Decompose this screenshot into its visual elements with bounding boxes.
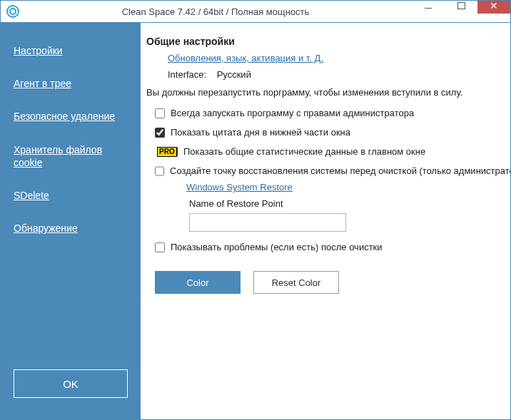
sidebar-item-detection[interactable]: Обнаружение [1,212,141,245]
checkbox-create-restore-point-label: Создайте точку восстановления системы пе… [170,165,510,176]
interface-value: Русский [217,69,251,80]
checkbox-show-problems[interactable] [155,242,165,252]
minimize-button[interactable] [412,0,445,14]
restore-point-name-input[interactable] [189,213,346,232]
page-title: Общие настройки [146,36,505,47]
restart-note: Вы должны перезапустить порграмму, чтобы… [146,87,505,98]
checkbox-run-as-admin[interactable] [155,108,165,118]
checkbox-show-problems-label: Показывать проблемы (если есть) после оч… [171,242,383,252]
checkbox-quote-of-day-label: Показать цитата дня в нижней части окна [171,127,350,138]
close-button[interactable] [477,0,510,14]
sidebar-item-sdelete[interactable]: SDelete [1,179,141,212]
checkbox-show-stats-label: Показать общие статистические данные в г… [183,146,425,157]
titlebar: Clean Space 7.42 / 64bit / Полная мощнос… [1,1,510,22]
checkbox-quote-of-day[interactable] [155,128,165,138]
window-title: Clean Space 7.42 / 64bit / Полная мощнос… [19,6,412,17]
updates-link[interactable]: Обновления, язык, активация и т. Д. [168,53,323,63]
color-button[interactable]: Color [155,271,241,294]
windows-system-restore-link[interactable]: Windows System Restore [186,182,293,193]
sidebar: Настройки Агент в трее Безопасное удален… [1,23,141,419]
reset-color-button[interactable]: Reset Color [253,271,339,294]
ok-button[interactable]: OK [14,369,128,398]
sidebar-item-secure-delete[interactable]: Безопасное удаление [1,100,141,133]
interface-label: Interface: [168,69,206,80]
restore-point-name-label: Name of Restore Point [189,198,505,209]
sidebar-item-settings[interactable]: Настройки [1,34,141,67]
checkbox-create-restore-point[interactable] [155,166,164,176]
content-panel: Общие настройки Обновления, язык, актива… [141,23,510,419]
pro-badge: PRO [157,147,177,157]
maximize-button[interactable] [445,0,477,14]
sidebar-item-cookie-keeper[interactable]: Хранитель файлов cookie [1,133,141,179]
app-icon [6,5,19,18]
checkbox-run-as-admin-label: Всегда запускать программу с правами адм… [171,108,414,118]
sidebar-item-tray-agent[interactable]: Агент в трее [1,67,141,100]
